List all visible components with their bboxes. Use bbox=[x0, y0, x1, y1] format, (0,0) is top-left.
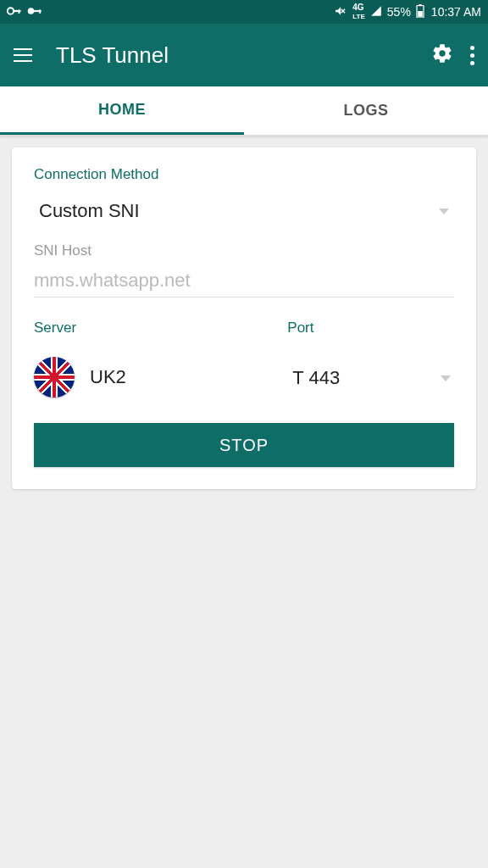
menu-icon[interactable] bbox=[14, 42, 39, 69]
page-content: Connection Method Custom SNI SNI Host Se… bbox=[0, 136, 488, 501]
chevron-down-icon bbox=[439, 209, 449, 214]
tab-logs[interactable]: LOGS bbox=[244, 86, 488, 135]
mute-icon bbox=[334, 4, 347, 20]
svg-point-0 bbox=[8, 8, 14, 14]
svg-rect-5 bbox=[39, 10, 41, 14]
tab-home[interactable]: HOME bbox=[0, 86, 244, 135]
svg-rect-2 bbox=[19, 10, 20, 14]
battery-percent: 55% bbox=[387, 5, 411, 19]
signal-icon bbox=[370, 5, 382, 19]
connection-method-dropdown[interactable]: Custom SNI bbox=[34, 198, 454, 242]
svg-rect-8 bbox=[418, 11, 423, 17]
svg-point-3 bbox=[28, 8, 35, 14]
server-value: UK2 bbox=[90, 366, 126, 388]
server-label: Server bbox=[34, 320, 267, 337]
chevron-down-icon bbox=[441, 376, 451, 381]
clock: 10:37 AM bbox=[431, 5, 481, 19]
uk-flag-icon bbox=[34, 357, 75, 398]
port-label: Port bbox=[287, 320, 454, 337]
status-left-icons bbox=[7, 5, 42, 19]
app-title: TLS Tunnel bbox=[56, 42, 169, 69]
server-selector[interactable]: UK2 bbox=[34, 352, 267, 411]
port-value: T 443 bbox=[292, 367, 340, 389]
battery-icon bbox=[416, 4, 424, 20]
lte-icon: 4GLTE bbox=[352, 3, 365, 20]
tabs: HOME LOGS bbox=[0, 86, 488, 136]
sni-host-input[interactable] bbox=[34, 270, 454, 292]
sni-host-label: SNI Host bbox=[34, 242, 454, 259]
connection-method-label: Connection Method bbox=[34, 166, 454, 183]
vpn-key-icon bbox=[7, 5, 22, 19]
connection-method-value: Custom SNI bbox=[39, 200, 140, 222]
settings-icon[interactable] bbox=[431, 42, 453, 68]
status-bar: 4GLTE 55% 10:37 AM bbox=[0, 0, 488, 24]
app-bar: TLS Tunnel bbox=[0, 24, 488, 86]
status-right-icons: 4GLTE 55% 10:37 AM bbox=[334, 3, 481, 20]
port-dropdown[interactable]: T 443 bbox=[287, 352, 454, 403]
more-icon[interactable] bbox=[453, 39, 474, 72]
key-icon bbox=[27, 5, 42, 19]
connection-card: Connection Method Custom SNI SNI Host Se… bbox=[12, 147, 476, 489]
stop-button[interactable]: STOP bbox=[34, 423, 454, 467]
